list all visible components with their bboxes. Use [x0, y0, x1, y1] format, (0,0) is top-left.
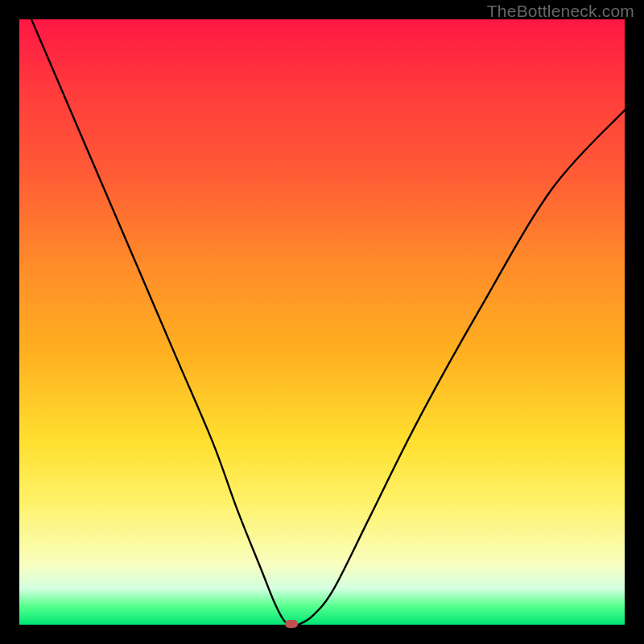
watermark-text: TheBottleneck.com	[487, 2, 634, 21]
plot-area	[19, 19, 625, 625]
bottleneck-curve	[19, 19, 625, 625]
chart-frame: TheBottleneck.com	[0, 0, 644, 644]
optimal-point-marker	[285, 620, 298, 628]
